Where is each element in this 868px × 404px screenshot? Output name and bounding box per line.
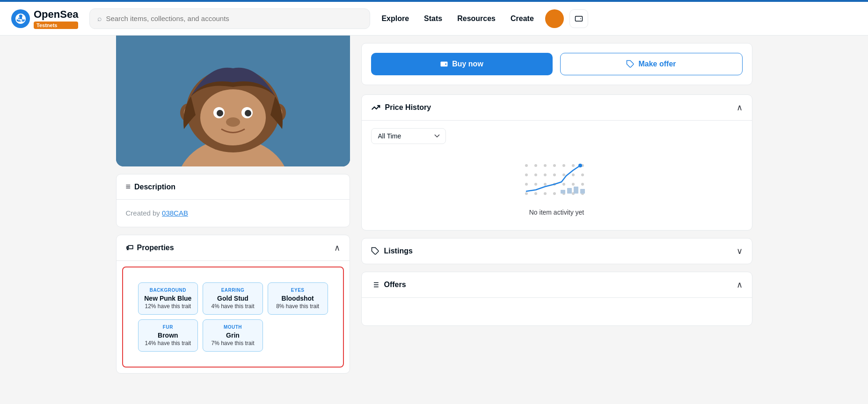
trait-card-background: BACKGROUND New Punk Blue 12% have this t…: [138, 282, 198, 315]
svg-point-27: [544, 173, 547, 176]
offers-card: Offers: [361, 272, 752, 326]
tag-icon: 🏷: [126, 244, 133, 252]
trait-value-0: New Punk Blue: [144, 295, 192, 302]
svg-point-40: [534, 192, 537, 195]
price-history-header[interactable]: Price History: [362, 95, 752, 120]
listings-header[interactable]: Listings: [362, 238, 752, 264]
properties-title: Properties: [137, 244, 174, 252]
svg-rect-0: [575, 16, 582, 21]
offers-header[interactable]: Offers: [362, 272, 752, 297]
left-column: ≡ Description Created by 038CAB 🏷 Proper…: [116, 36, 350, 381]
price-chart: [519, 156, 594, 203]
offers-chevron-icon: [737, 280, 743, 290]
search-input[interactable]: [106, 14, 362, 22]
svg-point-20: [544, 164, 547, 167]
trait-card-earring: EARRING Gold Stud 4% have this trait: [203, 282, 263, 315]
buy-now-button[interactable]: Buy now: [371, 53, 553, 75]
listings-title: Listings: [384, 247, 413, 255]
trait-value-2: Bloodshot: [274, 295, 322, 302]
description-header-left: ≡ Description: [126, 182, 176, 192]
offers-title: Offers: [384, 281, 406, 289]
svg-point-21: [553, 164, 556, 167]
svg-point-50: [578, 164, 582, 167]
svg-point-16: [445, 64, 446, 65]
no-activity-text: No item activity yet: [529, 209, 584, 216]
trait-card-eyes: EYES Bloodshot 8% have this trait: [268, 282, 328, 315]
listings-chevron-icon: [737, 246, 743, 256]
price-history-title: Price History: [385, 103, 431, 112]
trait-rarity-3: 14% have this trait: [144, 340, 192, 346]
svg-point-10: [226, 117, 240, 127]
created-by-label: Created by: [126, 209, 160, 217]
nft-artwork: [116, 36, 350, 166]
svg-rect-49: [580, 189, 585, 194]
make-offer-label: Make offer: [638, 60, 676, 68]
chart-area: No item activity yet: [371, 152, 743, 221]
svg-rect-48: [574, 187, 578, 194]
offers-list-icon: [371, 281, 379, 289]
search-icon: ⌕: [97, 14, 102, 23]
trait-rarity-0: 12% have this trait: [144, 303, 192, 310]
trait-rarity-2: 8% have this trait: [274, 303, 322, 310]
price-history-chevron-icon: [737, 102, 743, 113]
trait-rarity-4: 7% have this trait: [209, 340, 257, 346]
nav-explore[interactable]: Explore: [381, 14, 409, 23]
hamburger-icon: ≡: [126, 182, 131, 192]
creator-link[interactable]: 038CAB: [162, 209, 188, 217]
svg-rect-46: [561, 190, 565, 194]
description-body: Created by 038CAB: [117, 200, 350, 227]
price-history-header-left: Price History: [371, 103, 431, 112]
properties-header[interactable]: 🏷 Properties: [117, 235, 350, 261]
time-filter-select[interactable]: All Time Last 7 Days Last 14 Days Last 3…: [371, 128, 446, 144]
buy-now-label: Buy now: [452, 60, 483, 68]
svg-point-29: [562, 173, 565, 176]
svg-point-32: [525, 183, 528, 186]
logo-text: OpenSea: [34, 8, 78, 21]
svg-point-25: [525, 173, 528, 176]
trait-type-0: BACKGROUND: [144, 288, 192, 293]
header: OpenSea Testnets ⌕ Explore Stats Resourc…: [0, 2, 868, 36]
main-content: ≡ Description Created by 038CAB 🏷 Proper…: [107, 36, 762, 381]
price-history-body: All Time Last 7 Days Last 14 Days Last 3…: [362, 120, 752, 230]
svg-rect-47: [567, 188, 572, 194]
opensea-logo-icon: [11, 9, 30, 28]
created-by-text: Created by 038CAB: [126, 209, 188, 217]
svg-point-37: [572, 183, 575, 186]
trait-value-4: Grin: [209, 332, 257, 339]
opensea-logo-svg: [15, 14, 26, 24]
make-offer-button[interactable]: Make offer: [560, 53, 743, 75]
offer-tag-icon: [626, 60, 635, 68]
svg-point-23: [572, 164, 575, 167]
search-wrapper: ⌕: [89, 8, 370, 29]
price-history-card: Price History All Time Last 7 Days Last …: [361, 94, 752, 231]
properties-card: 🏷 Properties BACKGROUND New Punk Blue 12…: [116, 235, 350, 374]
trait-card-fur: FUR Brown 14% have this trait: [138, 319, 198, 352]
listings-tag-icon: [371, 247, 379, 255]
wallet-button[interactable]: [569, 9, 588, 28]
main-nav: Explore Stats Resources Create: [381, 14, 533, 23]
svg-point-38: [581, 183, 584, 186]
logo-container: OpenSea Testnets: [11, 8, 78, 29]
trait-card-mouth: MOUTH Grin 7% have this trait: [203, 319, 263, 352]
properties-grid-wrapper: BACKGROUND New Punk Blue 12% have this t…: [122, 267, 344, 368]
trait-value-3: Brown: [144, 332, 192, 339]
svg-point-42: [553, 192, 556, 195]
description-title: Description: [134, 183, 175, 191]
nav-resources[interactable]: Resources: [457, 14, 496, 23]
svg-point-19: [534, 164, 537, 167]
svg-point-31: [581, 173, 584, 176]
avatar[interactable]: [545, 9, 564, 28]
svg-point-18: [525, 164, 528, 167]
listings-header-left: Listings: [371, 247, 413, 255]
nav-stats[interactable]: Stats: [424, 14, 442, 23]
svg-point-30: [572, 173, 575, 176]
action-buttons: Buy now Make offer: [361, 43, 752, 85]
svg-point-8: [217, 110, 223, 116]
trait-value-1: Gold Stud: [209, 295, 257, 302]
svg-point-36: [562, 183, 565, 186]
nav-create[interactable]: Create: [511, 14, 534, 23]
svg-point-28: [553, 173, 556, 176]
trait-type-2: EYES: [274, 288, 322, 293]
description-header[interactable]: ≡ Description: [117, 174, 350, 200]
listings-card: Listings: [361, 238, 752, 264]
